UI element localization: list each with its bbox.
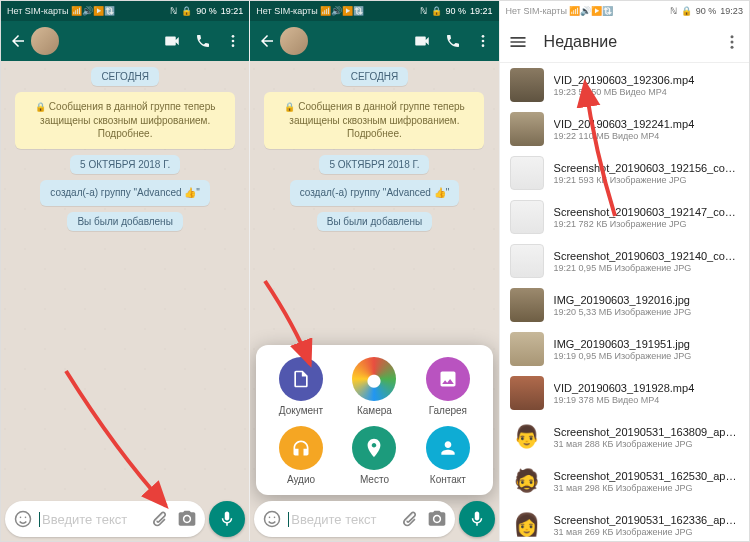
back-icon[interactable] — [258, 32, 276, 50]
overflow-icon[interactable] — [723, 33, 741, 51]
svg-point-12 — [730, 35, 733, 38]
svg-point-8 — [481, 44, 484, 47]
phone-whatsapp-attach: Нет SIM-карты 📶🔊▶️🔃 ℕ🔒90 %19:21 СЕГОДНЯ … — [250, 1, 499, 541]
date-label: 5 ОКТЯБРЯ 2018 Г. — [70, 155, 180, 174]
svg-point-10 — [269, 517, 271, 519]
file-row[interactable]: 👨Screenshot_20190531_163809_app…31 мая 2… — [500, 415, 749, 459]
message-input[interactable]: Введите текст — [254, 501, 454, 537]
mic-button[interactable] — [209, 501, 245, 537]
file-thumb: 👨 — [510, 420, 544, 454]
gallery-icon — [426, 357, 470, 401]
group-created: создал(-а) группу "Advanced 👍" — [290, 180, 460, 206]
mic-button[interactable] — [459, 501, 495, 537]
camera-icon[interactable] — [427, 509, 447, 529]
file-thumb — [510, 68, 544, 102]
file-row[interactable]: VID_20190603_192241.mp419:22 110 МБ Виде… — [500, 107, 749, 151]
file-thumb: 👩 — [510, 508, 544, 541]
emoji-icon[interactable] — [262, 509, 282, 529]
attach-gallery[interactable]: Галерея — [426, 357, 470, 416]
svg-point-1 — [232, 40, 235, 43]
voice-call-icon[interactable] — [445, 33, 461, 49]
encryption-notice[interactable]: Сообщения в данной группе теперь защищен… — [15, 92, 235, 149]
svg-point-2 — [232, 44, 235, 47]
avatar[interactable] — [280, 27, 308, 55]
file-row[interactable]: Screenshot_20190603_192156_com…19:21 593… — [500, 151, 749, 195]
contact-icon — [426, 426, 470, 470]
audio-icon — [279, 426, 323, 470]
input-bar: Введите текст — [254, 501, 494, 537]
attach-document[interactable]: Документ — [279, 357, 323, 416]
statusbar: Нет SIM-карты 📶🔊▶️🔃 ℕ🔒90 %19:21 — [1, 1, 249, 21]
picker-title: Недавние — [544, 33, 723, 51]
phone-file-picker: Нет SIM-карты 📶🔊▶️🔃 ℕ🔒90 %19:23 Недавние… — [500, 1, 749, 541]
file-row[interactable]: IMG_20190603_192016.jpg19:20 5,33 МБ Изо… — [500, 283, 749, 327]
overflow-icon[interactable] — [225, 33, 241, 49]
overflow-icon[interactable] — [475, 33, 491, 49]
attach-icon[interactable] — [149, 509, 169, 529]
chat-header — [1, 21, 249, 61]
chat-header — [250, 21, 498, 61]
file-row[interactable]: IMG_20190603_191951.jpg19:19 0,95 МБ Изо… — [500, 327, 749, 371]
chat-body: СЕГОДНЯ Сообщения в данной группе теперь… — [1, 61, 249, 499]
file-row[interactable]: Screenshot_20190603_192147_com…19:21 782… — [500, 195, 749, 239]
camera-icon[interactable] — [177, 509, 197, 529]
svg-point-7 — [481, 40, 484, 43]
attach-camera[interactable]: Камера — [352, 357, 396, 416]
statusbar: Нет SIM-карты 📶🔊▶️🔃 ℕ🔒90 %19:21 — [250, 1, 498, 21]
date-today: СЕГОДНЯ — [341, 67, 409, 86]
date-label: 5 ОКТЯБРЯ 2018 Г. — [319, 155, 429, 174]
message-placeholder: Введите текст — [288, 512, 390, 527]
file-thumb — [510, 332, 544, 366]
file-thumb — [510, 200, 544, 234]
hamburger-icon[interactable] — [508, 32, 528, 52]
file-thumb — [510, 288, 544, 322]
file-thumb — [510, 112, 544, 146]
svg-point-13 — [730, 40, 733, 43]
file-thumb — [510, 376, 544, 410]
file-list: VID_20190603_192306.mp419:23 54,50 МБ Ви… — [500, 63, 749, 541]
date-today: СЕГОДНЯ — [91, 67, 159, 86]
file-row[interactable]: 🧔Screenshot_20190531_162530_app…31 мая 2… — [500, 459, 749, 503]
file-row[interactable]: VID_20190603_192306.mp419:23 54,50 МБ Ви… — [500, 63, 749, 107]
attachment-sheet: Документ Камера Галерея Аудио Место Конт… — [256, 345, 492, 495]
file-row[interactable]: VID_20190603_191928.mp419:19 378 МБ Виде… — [500, 371, 749, 415]
added-notice: Вы были добавлены — [67, 212, 182, 231]
attach-location[interactable]: Место — [352, 426, 396, 485]
phone-whatsapp-chat: Нет SIM-карты 📶🔊▶️🔃 ℕ🔒90 %19:21 СЕГОДНЯ … — [1, 1, 250, 541]
file-row[interactable]: Screenshot_20190603_192140_com…19:21 0,9… — [500, 239, 749, 283]
file-thumb: 🧔 — [510, 464, 544, 498]
svg-point-4 — [20, 517, 22, 519]
avatar[interactable] — [31, 27, 59, 55]
file-row[interactable]: 👩Screenshot_20190531_162336_app…31 мая 2… — [500, 503, 749, 541]
video-call-icon[interactable] — [413, 32, 431, 50]
file-thumb — [510, 156, 544, 190]
message-input[interactable]: Введите текст — [5, 501, 205, 537]
group-created: создал(-а) группу "Advanced 👍" — [40, 180, 210, 206]
file-thumb — [510, 244, 544, 278]
attach-audio[interactable]: Аудио — [279, 426, 323, 485]
message-placeholder: Введите текст — [39, 512, 141, 527]
picker-header: Недавние — [500, 21, 749, 63]
attach-contact[interactable]: Контакт — [426, 426, 470, 485]
camera-color-icon — [352, 357, 396, 401]
svg-point-6 — [481, 35, 484, 38]
document-icon — [279, 357, 323, 401]
svg-point-0 — [232, 35, 235, 38]
added-notice: Вы были добавлены — [317, 212, 432, 231]
svg-point-5 — [25, 517, 27, 519]
voice-call-icon[interactable] — [195, 33, 211, 49]
encryption-notice[interactable]: Сообщения в данной группе теперь защищен… — [264, 92, 484, 149]
attach-icon[interactable] — [399, 509, 419, 529]
svg-point-11 — [274, 517, 276, 519]
svg-point-9 — [265, 512, 280, 527]
back-icon[interactable] — [9, 32, 27, 50]
location-icon — [352, 426, 396, 470]
statusbar: Нет SIM-карты 📶🔊▶️🔃 ℕ🔒90 %19:23 — [500, 1, 749, 21]
svg-point-14 — [730, 45, 733, 48]
svg-point-3 — [16, 512, 31, 527]
emoji-icon[interactable] — [13, 509, 33, 529]
input-bar: Введите текст — [5, 501, 245, 537]
video-call-icon[interactable] — [163, 32, 181, 50]
